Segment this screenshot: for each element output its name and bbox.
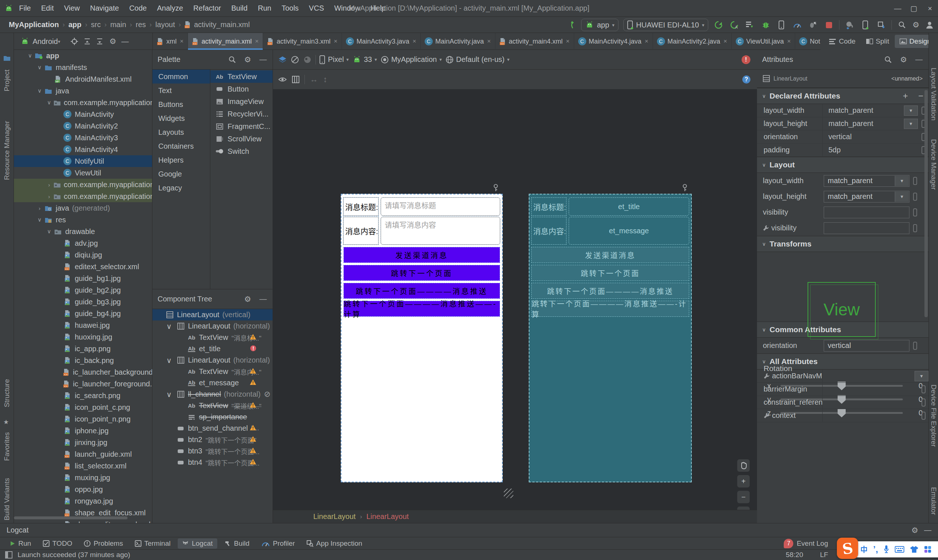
locale-selector[interactable]: Default (en-us)▾ <box>445 55 510 64</box>
event-log-button[interactable]: 7 Event Log <box>784 537 828 550</box>
menu-vcs[interactable]: VCS <box>304 4 329 12</box>
chevron-down-icon[interactable]: ∨ <box>166 390 176 399</box>
tool-window-switcher-icon[interactable] <box>5 551 12 558</box>
menu-edit[interactable]: Edit <box>36 4 59 12</box>
attr-value[interactable]: match_parent▼ <box>822 117 929 130</box>
search-icon[interactable] <box>228 55 237 64</box>
tree-item-com.example.myapplication[interactable]: ›com.example.myapplication(androidTest) <box>14 179 152 191</box>
blueprint-preview[interactable]: 消息标题:et_title消息内容:et_message发送渠道消息跳转下一个页… <box>529 194 692 482</box>
tab-activity_main4.xml[interactable]: <>activity_main4.xml× <box>495 33 574 50</box>
menu-build[interactable]: Build <box>226 4 253 12</box>
close-tab-icon[interactable]: × <box>566 38 570 45</box>
tool-window-run[interactable]: Run <box>5 538 35 549</box>
palette-category-containers[interactable]: Containers <box>152 139 210 153</box>
menu-tools[interactable]: Tools <box>276 4 304 12</box>
component-ll_channel[interactable]: ∨ll_channel(horizontal)⊘ <box>152 389 273 400</box>
component-LinearLayout[interactable]: LinearLayout(vertical) <box>152 309 273 320</box>
close-tab-icon[interactable]: × <box>645 38 648 45</box>
tree-item-icon_point_c.png[interactable]: icon_point_c.png <box>14 402 152 413</box>
line-separator[interactable]: LF <box>820 551 828 559</box>
sync-project-button[interactable] <box>860 20 871 29</box>
tree-item-rongyao.jpg[interactable]: rongyao.jpg <box>14 495 152 507</box>
component-TextView[interactable]: AbTextView"消息标..." <box>152 332 273 343</box>
flag-toggle[interactable] <box>921 385 926 393</box>
tree-item-MainActivity[interactable]: CMainActivity <box>14 108 152 120</box>
flag-toggle[interactable] <box>913 208 917 217</box>
dropdown-arrow-icon[interactable]: ▼ <box>895 176 909 186</box>
resize-mode-icon[interactable]: ↕ <box>323 75 327 84</box>
apply-changes-icon[interactable] <box>568 20 576 29</box>
tree-item-ic_launcher_background.xml[interactable]: <>ic_launcher_background.xml <box>14 366 152 378</box>
button-3[interactable]: 跳转下一个页面————消息推送 <box>531 283 689 298</box>
chevron-down-icon[interactable]: ∨ <box>35 64 44 71</box>
tree-item-icon_point_n.png[interactable]: icon_point_n.png <box>14 413 152 425</box>
gear-icon[interactable]: ⚙ <box>911 526 918 535</box>
close-tab-icon[interactable]: × <box>487 38 491 45</box>
gradle-sync-icon[interactable] <box>844 20 855 29</box>
edittext-et_message[interactable]: 请填写消息内容 <box>381 217 500 245</box>
add-attribute-icon[interactable]: + <box>903 91 908 101</box>
close-tab-icon[interactable]: × <box>724 38 727 45</box>
tree-item-com.example.myapplication[interactable]: ›com.example.myapplication(test) <box>14 191 152 202</box>
attributes-scrollbar[interactable] <box>924 90 928 317</box>
search-everywhere-icon[interactable] <box>896 21 907 29</box>
tool-window-app-inspection[interactable]: App Inspection <box>302 538 367 549</box>
project-horizontal-scrollbar[interactable] <box>14 517 128 519</box>
tree-item-list_selector.xml[interactable]: <>list_selector.xml <box>14 460 152 472</box>
apply-code-changes-button[interactable]: A <box>729 20 740 29</box>
remove-attribute-icon[interactable]: − <box>918 91 923 101</box>
edittext-et_message[interactable]: et_message <box>569 217 689 245</box>
stop-button[interactable] <box>823 22 834 28</box>
tab-MainActivity.java[interactable]: CMainActivity.java× <box>420 33 495 50</box>
flag-toggle[interactable] <box>913 224 917 232</box>
component-TextView[interactable]: AbTextView"消息内..." <box>152 366 273 377</box>
component-LinearLayout[interactable]: ∨LinearLayout(horizontal) <box>152 355 273 366</box>
edittext-et_title[interactable]: et_title <box>569 197 689 216</box>
tree-item-launch_guide.xml[interactable]: <>launch_guide.xml <box>14 448 152 460</box>
maximize-window-icon[interactable]: ▢ <box>906 0 922 17</box>
tree-item-muxing.jpg[interactable]: muxing.jpg <box>14 472 152 483</box>
tree-item-ic_search.png[interactable]: ic_search.png <box>14 390 152 402</box>
tool-stripe-button[interactable]: Favorites <box>3 432 11 461</box>
palette-item-scrollview[interactable]: ScrollView <box>210 132 273 145</box>
search-icon[interactable] <box>884 55 893 64</box>
run-with-coverage-button[interactable] <box>744 21 756 29</box>
tree-item-ic_launcher_foreground.xml[interactable]: <>ic_launcher_foreground.xml <box>14 378 152 390</box>
component-sp_importance[interactable]: sp_importance <box>152 411 273 423</box>
attr-value[interactable]: 5dp <box>822 143 929 156</box>
debug-button[interactable] <box>760 21 771 29</box>
tool-window-logcat[interactable]: Logcat <box>178 538 217 549</box>
chevron-down-icon[interactable]: ∨ <box>26 52 34 59</box>
tree-item-guide_bg1.jpg[interactable]: guide_bg1.jpg <box>14 272 152 284</box>
breadcrumb-item[interactable]: res <box>136 20 146 29</box>
run-config-selector[interactable]: app▾ <box>581 18 619 31</box>
ime-zh-icon[interactable] <box>860 545 868 554</box>
pan-hand-icon[interactable] <box>737 459 750 472</box>
palette-category-google[interactable]: Google <box>152 167 210 181</box>
profile-avatar[interactable] <box>924 20 935 29</box>
breadcrumb-item[interactable]: app <box>69 20 82 29</box>
palette-item-textview[interactable]: AbTextView <box>210 70 273 83</box>
blueprint-handle-icon[interactable] <box>682 184 752 192</box>
tree-item-AndroidManifest.xml[interactable]: MFAndroidManifest.xml <box>14 73 152 85</box>
attach-debugger-button[interactable] <box>776 20 787 29</box>
view-mode-code[interactable]: Code <box>824 35 860 48</box>
tree-item-oppo.jpg[interactable]: oppo.jpg <box>14 483 152 495</box>
project-stripe-icon[interactable] <box>3 55 11 61</box>
tree-item-ic_app.png[interactable]: ic_app.png <box>14 343 152 355</box>
attr-value-input[interactable] <box>824 206 909 218</box>
chevron-down-icon[interactable]: ∨ <box>45 99 54 106</box>
palette-item-recyclervi[interactable]: RecyclerVi... <box>210 108 273 120</box>
breadcrumb-child[interactable]: LinearLayout <box>367 512 409 521</box>
button-1[interactable]: 发送渠道消息 <box>531 247 689 263</box>
flag-toggle[interactable] <box>913 193 917 201</box>
gear-icon[interactable]: ⚙ <box>243 295 252 304</box>
tree-item-MainActivity4[interactable]: CMainActivity4 <box>14 143 152 155</box>
tree-item-diqiu.jpg[interactable]: diqiu.jpg <box>14 249 152 261</box>
attr-value[interactable]: vertical <box>822 131 929 143</box>
palette-item-imageview[interactable]: ImageView <box>210 95 273 108</box>
blueprint-toggle-icon[interactable] <box>292 76 299 83</box>
tool-window-build[interactable]: Build <box>220 538 254 549</box>
tab-xml[interactable]: <>xml× <box>153 33 188 50</box>
palette-category-common[interactable]: Common <box>152 69 210 83</box>
